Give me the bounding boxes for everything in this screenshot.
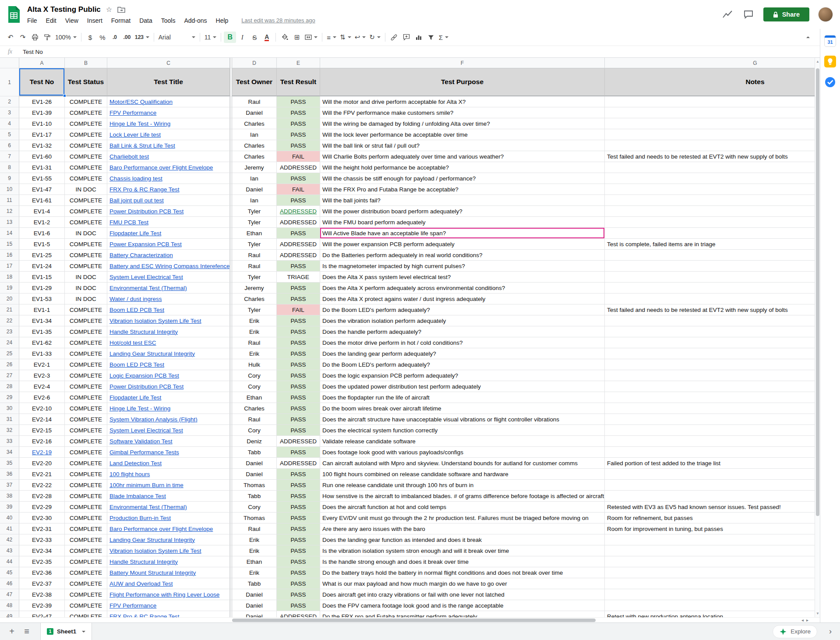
cell-test-status[interactable]: COMPLETE: [65, 480, 107, 491]
cell-test-purpose[interactable]: Will the chassis be stiff enough for pay…: [320, 173, 605, 184]
cell-notes[interactable]: [605, 162, 820, 173]
cell-test-purpose[interactable]: Does the aircraft function at hot and co…: [320, 502, 605, 513]
cell-test-status[interactable]: COMPLETE: [65, 140, 107, 151]
cell-test-purpose[interactable]: Will the height hold performance be acce…: [320, 162, 605, 173]
row-number[interactable]: 7: [0, 151, 19, 162]
cell-test-owner[interactable]: Deniz: [232, 436, 277, 447]
row-number[interactable]: 36: [0, 469, 19, 480]
cell-test-result[interactable]: ADDRESSED: [277, 217, 320, 228]
undo-button[interactable]: ↶: [4, 32, 17, 43]
comments-icon[interactable]: [742, 8, 755, 21]
cell-test-status[interactable]: COMPLETE: [65, 195, 107, 206]
cell-test-status[interactable]: COMPLETE: [65, 491, 107, 502]
cell-test-no[interactable]: EV1-31: [19, 162, 65, 173]
cell-test-status[interactable]: COMPLETE: [65, 556, 107, 567]
sheet-tab[interactable]: 1 Sheet1: [40, 623, 92, 640]
cell-test-result[interactable]: ADDRESSED: [277, 458, 320, 469]
scroll-left-icon[interactable]: ◂: [801, 618, 804, 622]
cell-test-result[interactable]: PASS: [277, 502, 320, 513]
cell-test-owner[interactable]: Thomas: [232, 513, 277, 523]
cell-test-no[interactable]: EV2-1: [19, 359, 65, 370]
cell-test-status[interactable]: COMPLETE: [65, 250, 107, 261]
row-number[interactable]: 12: [0, 206, 19, 217]
cell-test-result[interactable]: PASS: [277, 129, 320, 140]
cell-test-owner[interactable]: Jeremy: [232, 283, 277, 293]
menu-view[interactable]: View: [65, 17, 78, 24]
menu-addons[interactable]: Add-ons: [184, 17, 207, 24]
cell-test-title[interactable]: Ball joint pull out test: [107, 195, 230, 206]
cell-test-title[interactable]: Charliebolt test: [107, 151, 230, 162]
cell-test-purpose[interactable]: Validate release candidate software: [320, 436, 605, 447]
cell-test-title[interactable]: Environmental Test (Thermal): [107, 283, 230, 293]
cell-notes[interactable]: Failed portion of test added to the tria…: [605, 458, 820, 469]
side-panel-collapse-icon[interactable]: ›: [825, 627, 836, 636]
cell-test-purpose[interactable]: Will the power expansion PCB perform ade…: [320, 239, 605, 250]
cell-test-owner[interactable]: Erik: [232, 545, 277, 556]
cell-notes[interactable]: [605, 370, 820, 381]
cell-test-title[interactable]: Handle Structural Integrity: [107, 326, 230, 337]
row-number[interactable]: 35: [0, 458, 19, 469]
cell-test-status[interactable]: COMPLETE: [65, 567, 107, 578]
cell-test-purpose[interactable]: Will the wiring be damaged by folding / …: [320, 118, 605, 129]
cell-notes[interactable]: [605, 392, 820, 403]
cell-test-result[interactable]: PASS: [277, 118, 320, 129]
cell-test-title[interactable]: 100 flight hours: [107, 469, 230, 480]
cell-test-no[interactable]: EV2-22: [19, 480, 65, 491]
cell-test-result[interactable]: TRIAGE: [277, 272, 320, 283]
cell-test-title[interactable]: Battery and ESC Wiring Compass Interefen…: [107, 261, 230, 272]
cell-test-owner[interactable]: Ethan: [232, 228, 277, 239]
cell-test-result[interactable]: PASS: [277, 600, 320, 611]
cell-test-title[interactable]: System Vibration Analysis (Flight): [107, 414, 230, 425]
header-cell[interactable]: Notes: [605, 68, 820, 96]
row-number[interactable]: 28: [0, 381, 19, 392]
font-select[interactable]: Arial: [157, 32, 197, 43]
cell-test-owner[interactable]: Tabb: [232, 447, 277, 458]
cell-notes[interactable]: [605, 206, 820, 217]
hide-toolbar-icon[interactable]: [803, 32, 815, 43]
row-number[interactable]: 32: [0, 425, 19, 436]
decrease-decimals-button[interactable]: .0: [109, 32, 121, 43]
menu-tools[interactable]: Tools: [161, 17, 176, 24]
column-header-A[interactable]: A: [19, 58, 65, 68]
row-number[interactable]: 20: [0, 293, 19, 304]
cell-test-no[interactable]: EV2-31: [19, 523, 65, 534]
cell-test-purpose[interactable]: Will the lock lever performance be accep…: [320, 129, 605, 140]
cell-test-no[interactable]: EV2-15: [19, 425, 65, 436]
row-number[interactable]: 39: [0, 502, 19, 513]
cell-test-no[interactable]: EV1-24: [19, 261, 65, 272]
cell-test-status[interactable]: COMPLETE: [65, 129, 107, 140]
fill-handle[interactable]: [63, 94, 66, 97]
cell-test-owner[interactable]: Ethan: [232, 392, 277, 403]
cell-notes[interactable]: [605, 348, 820, 359]
cell-test-purpose[interactable]: Are there any aero issues with the baro: [320, 523, 605, 534]
cell-test-purpose[interactable]: Does the handle perform adequately?: [320, 326, 605, 337]
cell-test-result[interactable]: FAIL: [277, 151, 320, 162]
cell-test-title[interactable]: FMU PCB Test: [107, 217, 230, 228]
cell-notes[interactable]: [605, 195, 820, 206]
cell-test-no[interactable]: EV2-6: [19, 392, 65, 403]
cell-notes[interactable]: [605, 600, 820, 611]
cell-test-owner[interactable]: Charles: [232, 293, 277, 304]
cell-test-title[interactable]: FRX Pro & RC Range Test: [107, 184, 230, 195]
cell-test-no[interactable]: EV1-39: [19, 107, 65, 118]
cell-notes[interactable]: [605, 337, 820, 348]
insert-link-button[interactable]: [388, 32, 400, 43]
cell-test-owner[interactable]: Raul: [232, 414, 277, 425]
cell-test-purpose[interactable]: Does footage look good with various payl…: [320, 447, 605, 458]
row-number[interactable]: 31: [0, 414, 19, 425]
cell-test-result[interactable]: PASS: [277, 359, 320, 370]
bold-button[interactable]: B: [224, 32, 236, 43]
more-formats-button[interactable]: 123: [133, 32, 151, 43]
cell-test-no[interactable]: EV1-55: [19, 173, 65, 184]
cell-test-owner[interactable]: Charles: [232, 151, 277, 162]
cell-test-title[interactable]: Handle Structural Integrity: [107, 556, 230, 567]
cell-test-result[interactable]: ADDRESSED: [277, 250, 320, 261]
cell-test-purpose[interactable]: Will the ball link or strut fail / pull …: [320, 140, 605, 151]
cell-test-owner[interactable]: Ian: [232, 129, 277, 140]
column-header-D[interactable]: D: [232, 58, 277, 68]
cell-test-status[interactable]: COMPLETE: [65, 447, 107, 458]
cell-test-result[interactable]: PASS: [277, 523, 320, 534]
cell-test-title[interactable]: Water / dust ingress: [107, 293, 230, 304]
cell-test-title[interactable]: Environmental Test (Thermal): [107, 502, 230, 513]
horizontal-scrollbar[interactable]: ◂ ▸: [0, 617, 820, 622]
